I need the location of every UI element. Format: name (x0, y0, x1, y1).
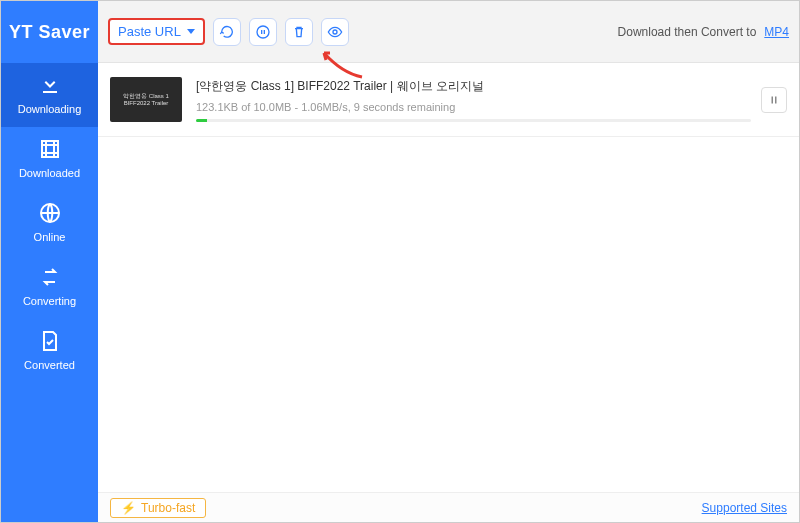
app-logo: YT Saver (1, 1, 98, 63)
download-convert-label: Download then Convert to (618, 25, 757, 39)
turbo-label: Turbo-fast (141, 501, 195, 515)
pause-icon (768, 94, 780, 106)
chevron-down-icon (187, 29, 195, 34)
sidebar: YT Saver Downloading Downloaded Online (1, 1, 98, 522)
sidebar-item-converted[interactable]: Converted (1, 319, 98, 383)
download-title: [약한영웅 Class 1] BIFF2022 Trailer | 웨이브 오리… (196, 78, 751, 95)
bolt-icon: ⚡ (121, 501, 136, 515)
refresh-button[interactable] (213, 18, 241, 46)
download-icon (38, 73, 62, 97)
turbo-fast-button[interactable]: ⚡ Turbo-fast (110, 498, 206, 518)
globe-icon (38, 201, 62, 225)
trash-icon (291, 24, 307, 40)
thumbnail: 약한영웅 Class 1 BIFF2022 Trailer (110, 77, 182, 122)
convert-icon (38, 265, 62, 289)
refresh-icon (219, 24, 235, 40)
sidebar-item-downloading[interactable]: Downloading (1, 63, 98, 127)
download-info: [약한영웅 Class 1] BIFF2022 Trailer | 웨이브 오리… (196, 78, 751, 122)
svg-point-1 (257, 26, 269, 38)
progress-bar (196, 119, 751, 122)
sidebar-item-label: Converting (23, 295, 76, 307)
film-icon (38, 137, 62, 161)
svg-point-2 (333, 30, 337, 34)
preview-button[interactable] (321, 18, 349, 46)
delete-button[interactable] (285, 18, 313, 46)
download-item: 약한영웅 Class 1 BIFF2022 Trailer [약한영웅 Clas… (98, 63, 799, 137)
supported-sites-link[interactable]: Supported Sites (702, 501, 787, 515)
download-list: 약한영웅 Class 1 BIFF2022 Trailer [약한영웅 Clas… (98, 63, 799, 492)
convert-format-link[interactable]: MP4 (764, 25, 789, 39)
convert-format-area: Download then Convert to MP4 (618, 25, 789, 39)
footer: ⚡ Turbo-fast Supported Sites (98, 492, 799, 522)
download-stats: 123.1KB of 10.0MB - 1.06MB/s, 9 seconds … (196, 101, 751, 113)
sidebar-item-label: Online (34, 231, 66, 243)
pause-item-button[interactable] (761, 87, 787, 113)
main-area: ✦ ≡ – □ × Paste URL Downloa (98, 1, 799, 522)
paste-url-button[interactable]: Paste URL (108, 18, 205, 45)
thumbnail-caption: 약한영웅 Class 1 BIFF2022 Trailer (110, 93, 182, 106)
sidebar-item-online[interactable]: Online (1, 191, 98, 255)
sidebar-item-converting[interactable]: Converting (1, 255, 98, 319)
paste-url-label: Paste URL (118, 24, 181, 39)
toolbar: Paste URL Download then Convert to MP4 (98, 1, 799, 63)
svg-rect-3 (772, 96, 774, 103)
pause-icon (255, 24, 271, 40)
sidebar-item-label: Converted (24, 359, 75, 371)
sidebar-nav: Downloading Downloaded Online Converting (1, 63, 98, 383)
file-check-icon (38, 329, 62, 353)
sidebar-item-label: Downloading (18, 103, 82, 115)
sidebar-item-label: Downloaded (19, 167, 80, 179)
eye-icon (327, 24, 343, 40)
svg-rect-4 (775, 96, 777, 103)
sidebar-item-downloaded[interactable]: Downloaded (1, 127, 98, 191)
pause-all-button[interactable] (249, 18, 277, 46)
